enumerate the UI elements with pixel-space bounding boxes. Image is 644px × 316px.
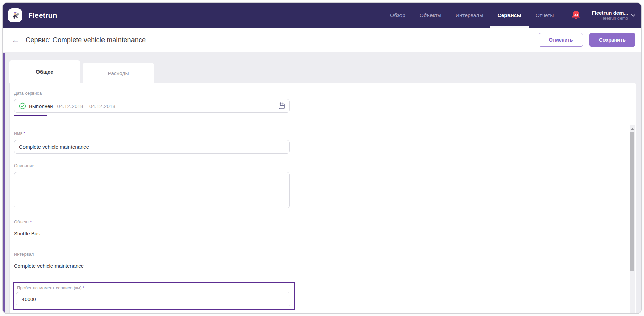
calendar-icon[interactable]: [278, 102, 285, 110]
nav-item-services[interactable]: Сервисы: [490, 3, 529, 28]
app-window: Fleetrun Обзор Объекты Интервалы Сервисы…: [2, 2, 642, 314]
status-done-icon: [19, 102, 26, 109]
description-textarea[interactable]: [14, 172, 290, 208]
name-input[interactable]: [14, 140, 290, 154]
tab-expenses[interactable]: Расходы: [83, 63, 154, 83]
left-accent-bar: [3, 53, 5, 313]
notifications-bell-icon[interactable]: 33: [570, 9, 582, 22]
user-org: Fleetrun demo: [592, 16, 628, 21]
header-actions: Отменить Сохранить: [539, 33, 635, 47]
notification-count-badge: 33: [574, 13, 578, 17]
chevron-down-icon: [631, 14, 635, 17]
active-nav-underline: [490, 26, 529, 28]
nav-item-reports[interactable]: Отчеты: [529, 3, 561, 28]
name-label: Имя*: [14, 131, 25, 136]
nav-item-intervals[interactable]: Интервалы: [449, 3, 490, 28]
content-area: Общее Расходы Дата сервиса Выполнен 04.1…: [3, 52, 641, 313]
nav-item-overview[interactable]: Обзор: [383, 3, 412, 28]
page-title: Сервис: Complete vehicle maintenance: [26, 36, 146, 44]
unit-value: Shuttle Bus: [14, 231, 40, 236]
required-asterisk: *: [30, 219, 32, 224]
top-navbar: Fleetrun Обзор Объекты Интервалы Сервисы…: [3, 3, 641, 28]
user-name: Fleetrun dem...: [592, 10, 628, 16]
service-date-range: 04.12.2018 – 04.12.2018: [57, 103, 115, 109]
scrollbar-up-arrow[interactable]: [631, 128, 634, 130]
service-date-picker[interactable]: Выполнен 04.12.2018 – 04.12.2018: [14, 99, 290, 113]
required-asterisk: *: [83, 285, 84, 290]
mileage-label: Пробег на момент сервиса (км)*: [17, 285, 84, 290]
back-arrow-icon[interactable]: ←: [11, 35, 20, 44]
mechanic-logo-icon: [10, 11, 20, 20]
tab-general[interactable]: Общее: [9, 60, 80, 83]
service-date-label: Дата сервиса: [14, 91, 42, 96]
mileage-field-highlight: Пробег на момент сервиса (км)*: [13, 282, 295, 310]
page-header: ← Сервис: Complete vehicle maintenance О…: [3, 28, 641, 52]
scrollbar-thumb[interactable]: [630, 132, 634, 271]
required-asterisk: *: [23, 131, 25, 136]
description-label: Описание: [14, 163, 34, 168]
form-panel: Дата сервиса Выполнен 04.12.2018 – 04.12…: [9, 83, 636, 314]
main-nav: Обзор Объекты Интервалы Сервисы Отчеты: [383, 3, 561, 28]
user-menu[interactable]: Fleetrun dem... Fleetrun demo: [592, 10, 635, 21]
mileage-input[interactable]: [16, 292, 290, 306]
date-field-highlight-underline: [14, 115, 47, 116]
vertical-scrollbar[interactable]: [630, 125, 635, 314]
nav-item-units[interactable]: Объекты: [412, 3, 449, 28]
service-status: Выполнен: [29, 103, 53, 109]
cancel-button[interactable]: Отменить: [539, 33, 583, 47]
interval-value: Complete vehicle maintenance: [14, 263, 84, 269]
section-divider: [10, 125, 636, 125]
save-button[interactable]: Сохранить: [589, 33, 635, 47]
brand-title: Fleetrun: [28, 11, 57, 19]
fleetrun-logo[interactable]: [8, 8, 22, 22]
interval-label: Интервал: [14, 252, 34, 257]
unit-label: Объект*: [14, 219, 32, 224]
